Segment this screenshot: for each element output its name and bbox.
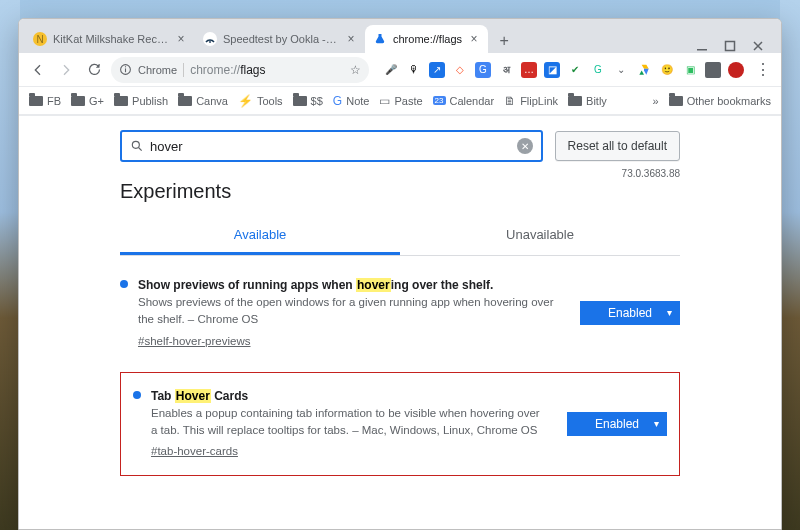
tab-title: chrome://flags xyxy=(393,33,462,45)
tab-unavailable[interactable]: Unavailable xyxy=(400,217,680,255)
ext-face-icon[interactable]: 🙂 xyxy=(659,62,675,78)
new-tab-button[interactable]: + xyxy=(492,29,516,53)
ext-lastpass-icon[interactable]: … xyxy=(521,62,537,78)
bm-gplus[interactable]: G+ xyxy=(71,95,104,107)
clear-search-icon[interactable]: ✕ xyxy=(517,138,533,154)
ext-check-icon[interactable]: ✔ xyxy=(567,62,583,78)
ext-blue-icon[interactable]: ◪ xyxy=(544,62,560,78)
flag-title: Show previews of running apps when hover… xyxy=(138,276,560,294)
bookmarks-overflow-icon[interactable]: » xyxy=(653,95,659,107)
ext-avatar-icon[interactable] xyxy=(728,62,744,78)
forward-icon[interactable] xyxy=(55,59,77,81)
bm-canva[interactable]: Canva xyxy=(178,95,228,107)
flag-hash-link[interactable]: #shelf-hover-previews xyxy=(138,333,251,350)
ext-brave-icon[interactable]: ◇ xyxy=(452,62,468,78)
bm-bitly[interactable]: Bitly xyxy=(568,95,607,107)
microphone-icon[interactable]: 🎤 xyxy=(383,62,399,78)
menu-dots-icon[interactable]: ⋮ xyxy=(754,60,772,79)
tab-available[interactable]: Available xyxy=(120,217,400,255)
page-content: ✕ Reset all to default Experiments 73.0.… xyxy=(19,115,781,529)
ext-evernote-icon[interactable]: ▣ xyxy=(682,62,698,78)
flag-indicator-icon xyxy=(133,391,141,399)
url-text: chrome://flags xyxy=(190,63,265,77)
bm-note[interactable]: GNote xyxy=(333,94,370,108)
tab-strip: N KitKat Milkshake Recipe - Easy H... × … xyxy=(19,19,781,53)
page-title: Experiments xyxy=(120,180,680,203)
bm-tools[interactable]: ⚡Tools xyxy=(238,94,283,108)
reload-icon[interactable] xyxy=(83,59,105,81)
ext-pocket-icon[interactable]: ⌄ xyxy=(613,62,629,78)
site-info-icon[interactable] xyxy=(119,63,132,76)
favicon-kitkat: N xyxy=(33,32,47,46)
flag-title: Tab Hover Cards xyxy=(151,387,547,405)
search-icon xyxy=(130,139,144,153)
ext-gray-icon[interactable] xyxy=(705,62,721,78)
separator xyxy=(183,63,184,77)
ext-devanagari-icon[interactable]: अ xyxy=(498,62,514,78)
close-icon[interactable]: × xyxy=(468,33,480,45)
flags-search[interactable]: ✕ xyxy=(120,130,543,162)
flag-row: Show previews of running apps when hover… xyxy=(120,256,680,366)
flag-state-select[interactable]: Enabled xyxy=(567,412,667,436)
back-icon[interactable] xyxy=(27,59,49,81)
version-text: 73.0.3683.88 xyxy=(622,168,680,179)
site-chip: Chrome xyxy=(138,64,177,76)
other-bookmarks[interactable]: Other bookmarks xyxy=(669,95,771,107)
bm-fliplink[interactable]: 🗎FlipLink xyxy=(504,94,558,108)
svg-point-0 xyxy=(209,41,211,43)
flags-search-input[interactable] xyxy=(150,139,511,154)
extensions-row: 🎤 🎙 ↗ ◇ G अ … ◪ ✔ G ⌄ 🙂 ▣ xyxy=(383,62,744,78)
bookmark-star-icon[interactable]: ☆ xyxy=(350,63,361,77)
flag-indicator-icon xyxy=(120,280,128,288)
browser-window: N KitKat Milkshake Recipe - Easy H... × … xyxy=(18,18,782,530)
maximize-icon[interactable] xyxy=(723,39,737,53)
ext-translate-icon[interactable]: G xyxy=(475,62,491,78)
window-close-icon[interactable] xyxy=(751,39,765,53)
bookmarks-bar: FB G+ Publish Canva ⚡Tools $$ GNote ▭Pas… xyxy=(19,87,781,115)
ext-arrow-icon[interactable]: ↗ xyxy=(429,62,445,78)
toolbar: Chrome chrome://flags ☆ 🎤 🎙 ↗ ◇ G अ … ◪ … xyxy=(19,53,781,87)
bm-calendar[interactable]: 23Calendar xyxy=(433,95,495,107)
svg-rect-1 xyxy=(697,49,707,51)
reset-all-button[interactable]: Reset all to default xyxy=(555,131,680,161)
svg-rect-2 xyxy=(726,42,735,51)
bm-publish[interactable]: Publish xyxy=(114,95,168,107)
flag-state-select[interactable]: Enabled xyxy=(580,301,680,325)
flag-hash-link[interactable]: #tab-hover-cards xyxy=(151,443,238,460)
favicon-flags xyxy=(373,32,387,46)
tab-title: KitKat Milkshake Recipe - Easy H... xyxy=(53,33,169,45)
ext-grammarly-icon[interactable]: G xyxy=(590,62,606,78)
minimize-icon[interactable] xyxy=(695,39,709,53)
close-icon[interactable]: × xyxy=(175,33,187,45)
tab-2[interactable]: Speedtest by Ookla - The Global... × xyxy=(195,25,365,53)
tab-title: Speedtest by Ookla - The Global... xyxy=(223,33,339,45)
bm-paste[interactable]: ▭Paste xyxy=(379,94,422,108)
flag-tabs: Available Unavailable xyxy=(120,217,680,256)
flag-row-highlighted: Tab Hover Cards Enables a popup containi… xyxy=(120,372,680,476)
flag-desc: Enables a popup containing tab informati… xyxy=(151,405,547,440)
svg-rect-5 xyxy=(125,66,126,67)
flag-desc: Shows previews of the open windows for a… xyxy=(138,294,560,329)
svg-rect-4 xyxy=(125,68,126,72)
close-icon[interactable]: × xyxy=(345,33,357,45)
favicon-speedtest xyxy=(203,32,217,46)
tab-3-active[interactable]: chrome://flags × xyxy=(365,25,488,53)
bm-dollar[interactable]: $$ xyxy=(293,95,323,107)
svg-point-6 xyxy=(132,141,139,148)
omnibox[interactable]: Chrome chrome://flags ☆ xyxy=(111,57,369,83)
tab-1[interactable]: N KitKat Milkshake Recipe - Easy H... × xyxy=(25,25,195,53)
bm-fb[interactable]: FB xyxy=(29,95,61,107)
ext-drive-icon[interactable] xyxy=(636,62,652,78)
microphone-alt-icon[interactable]: 🎙 xyxy=(406,62,422,78)
